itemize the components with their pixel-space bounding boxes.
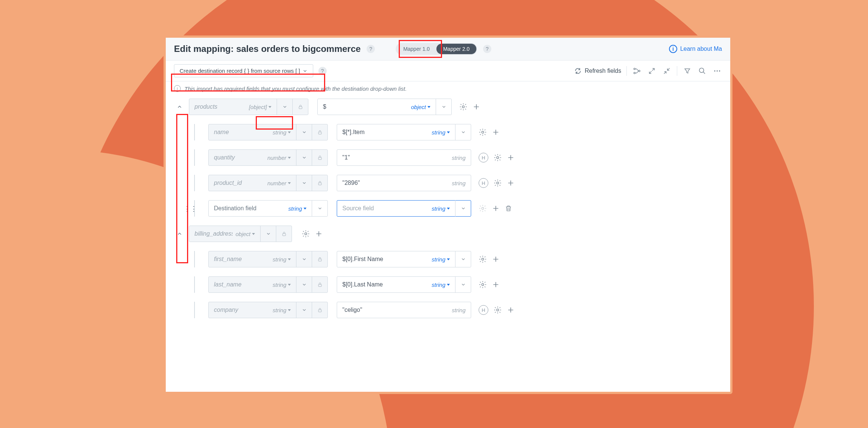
dest-dropdown[interactable] — [296, 302, 312, 318]
titlebar: Edit mapping: sales orders to bigcommerc… — [166, 38, 730, 61]
hardcoded-badge: H — [479, 178, 488, 188]
source-field[interactable]: $[0].First Namestring — [337, 251, 471, 267]
svg-rect-18 — [318, 259, 321, 261]
help-icon[interactable]: ? — [318, 67, 327, 75]
destination-record-select[interactable]: Create destination record { } from sourc… — [174, 64, 313, 77]
lock-icon — [312, 175, 327, 191]
dest-field[interactable]: product_idnumber — [208, 175, 328, 191]
settings-icon[interactable] — [479, 280, 487, 289]
help-icon[interactable]: ? — [367, 45, 375, 53]
source-dropdown[interactable] — [436, 99, 451, 115]
mapper-version-toggle: Mapper 1.0 Mapper 2.0 — [396, 43, 477, 55]
collapse-toggle[interactable] — [177, 104, 183, 110]
add-icon[interactable] — [492, 128, 500, 136]
source-dropdown[interactable] — [455, 200, 471, 217]
source-field[interactable]: "2896"string — [337, 175, 471, 191]
add-icon[interactable] — [492, 205, 500, 212]
source-type-tag[interactable]: object — [411, 104, 430, 110]
refresh-fields-button[interactable]: Refresh fields — [574, 67, 621, 75]
svg-rect-22 — [318, 310, 321, 312]
dest-field[interactable]: namestring — [208, 124, 328, 140]
source-field[interactable]: Source fieldstring — [337, 200, 471, 217]
dest-select-label: Create destination record { } from sourc… — [180, 68, 300, 74]
collapse-toggle[interactable] — [177, 231, 183, 237]
source-field[interactable]: $[0].Last Namestring — [337, 276, 471, 293]
add-icon[interactable] — [507, 179, 514, 187]
tab-mapper-2[interactable]: Mapper 2.0 — [436, 44, 476, 54]
add-icon[interactable] — [492, 255, 500, 263]
dest-dropdown[interactable] — [312, 200, 327, 217]
svg-point-21 — [482, 283, 484, 286]
mapping-row-products: products [object] $ object — [174, 99, 722, 115]
svg-point-8 — [462, 106, 464, 108]
drag-handle[interactable]: ⋮⋮ — [184, 205, 190, 213]
svg-point-4 — [714, 70, 715, 71]
settings-icon[interactable] — [494, 153, 502, 162]
chevron-down-icon — [302, 68, 308, 74]
notice-text: This import has required fields that you… — [184, 86, 407, 92]
dest-field[interactable]: Destination fieldstring — [208, 200, 328, 217]
tab-mapper-1[interactable]: Mapper 1.0 — [396, 44, 436, 54]
source-dropdown[interactable] — [455, 276, 471, 293]
dest-dropdown[interactable] — [296, 276, 312, 293]
add-icon[interactable] — [507, 154, 514, 161]
dest-field[interactable]: products [object] — [189, 99, 308, 115]
svg-rect-11 — [318, 157, 321, 159]
mapping-row-name: namestring $[*].Itemstring — [174, 124, 722, 140]
source-field[interactable]: "1"string — [337, 149, 471, 166]
dest-dropdown[interactable] — [296, 251, 312, 267]
lock-icon — [312, 251, 327, 267]
settings-icon[interactable] — [459, 103, 467, 111]
source-dropdown[interactable] — [455, 124, 471, 140]
mapping-row-quantity: quantitynumber "1"string H — [174, 149, 722, 166]
svg-point-10 — [482, 131, 484, 133]
source-field[interactable]: $ object — [317, 99, 452, 115]
more-icon[interactable] — [712, 66, 722, 76]
dest-dropdown[interactable] — [277, 99, 292, 115]
dest-dropdown[interactable] — [260, 226, 276, 242]
help-icon[interactable]: ? — [483, 45, 491, 53]
learn-link[interactable]: Learn about Ma — [680, 46, 722, 52]
settings-icon[interactable] — [479, 255, 487, 263]
refresh-icon — [574, 67, 582, 75]
lock-icon — [276, 226, 292, 242]
dest-field[interactable]: quantitynumber — [208, 149, 328, 166]
lock-icon — [312, 149, 327, 166]
add-icon[interactable] — [492, 281, 500, 288]
expand-icon[interactable] — [647, 66, 657, 76]
source-field[interactable]: $[*].Itemstring — [337, 124, 471, 140]
settings-icon[interactable] — [494, 179, 502, 187]
collapse-icon[interactable] — [662, 66, 672, 76]
hardcoded-badge: H — [479, 153, 488, 162]
dest-field[interactable]: billing_addressobject — [189, 226, 292, 242]
dest-dropdown[interactable] — [296, 124, 312, 140]
source-dropdown[interactable] — [455, 251, 471, 267]
delete-icon[interactable] — [505, 204, 512, 213]
svg-point-17 — [305, 233, 307, 235]
tree-view-icon[interactable] — [632, 66, 642, 76]
add-icon[interactable] — [473, 103, 480, 111]
dest-type-tag[interactable]: [object] — [249, 104, 271, 110]
filter-icon[interactable] — [682, 66, 692, 76]
svg-point-2 — [638, 70, 640, 71]
add-icon[interactable] — [507, 306, 514, 314]
divider — [626, 66, 627, 76]
settings-icon[interactable] — [302, 230, 310, 238]
info-icon: i — [669, 45, 677, 53]
search-icon[interactable] — [697, 66, 707, 76]
dest-field[interactable]: first_namestring — [208, 251, 328, 267]
dest-dropdown[interactable] — [296, 175, 312, 191]
svg-rect-16 — [282, 233, 285, 236]
add-icon[interactable] — [315, 230, 323, 238]
mapping-row-company: companystring "celigo"string H — [174, 302, 722, 318]
hardcoded-badge: H — [479, 305, 488, 315]
svg-rect-9 — [318, 132, 321, 134]
lock-icon — [292, 99, 308, 115]
source-field[interactable]: "celigo"string — [337, 302, 471, 318]
settings-icon[interactable] — [494, 306, 502, 314]
settings-icon[interactable] — [479, 128, 487, 136]
dest-field[interactable]: last_namestring — [208, 276, 328, 293]
mapping-row-billing-address: billing_addressobject — [174, 226, 722, 242]
dest-dropdown[interactable] — [296, 149, 312, 166]
dest-field[interactable]: companystring — [208, 302, 328, 318]
